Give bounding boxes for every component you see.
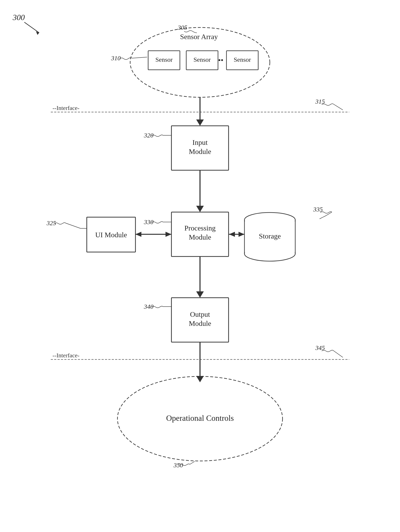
sensor-array-label: Sensor Array — [180, 33, 218, 41]
interface-top-label: --Interface- — [52, 105, 79, 111]
operational-controls-label: Operational Controls — [166, 414, 234, 423]
storage-label: Storage — [259, 232, 281, 240]
svg-marker-6 — [196, 206, 204, 212]
svg-marker-19 — [196, 376, 204, 382]
sensor-dots: •• — [218, 56, 223, 64]
svg-line-12 — [326, 212, 332, 216]
diagram-container: 300 Sensor Array 305 Sensor Sensor •• Se… — [0, 0, 400, 532]
figure-number: 300 — [13, 13, 25, 22]
main-diagram-svg: 300 Sensor Array 305 Sensor Sensor •• Se… — [0, 0, 400, 532]
input-module-label-line2: Module — [189, 148, 211, 155]
svg-line-20 — [190, 461, 195, 464]
svg-line-13 — [320, 216, 326, 219]
svg-line-8 — [66, 223, 80, 228]
ui-module-label: UI Module — [95, 231, 127, 239]
sensor-label-1: Sensor — [155, 56, 173, 63]
output-module-label-line1: Output — [190, 310, 210, 318]
sensor-label-3: Sensor — [234, 56, 251, 63]
ref-335: 335 — [313, 206, 323, 213]
svg-marker-16 — [196, 291, 204, 298]
svg-line-0 — [24, 22, 39, 33]
output-module-label-line2: Module — [189, 319, 211, 327]
svg-marker-14 — [239, 232, 245, 237]
svg-marker-15 — [229, 232, 235, 237]
sensor-label-2: Sensor — [194, 56, 211, 63]
input-module-label-line1: Input — [192, 139, 208, 146]
ref-310: 310 — [111, 55, 121, 62]
ref-350: 350 — [173, 462, 183, 469]
processing-module-label-line1: Processing — [184, 224, 215, 232]
svg-line-3 — [333, 104, 343, 110]
ref-305: 305 — [178, 24, 187, 31]
svg-marker-10 — [135, 232, 141, 237]
interface-bottom-label: --Interface- — [52, 352, 79, 359]
svg-line-2 — [132, 57, 147, 58]
processing-module-label-line2: Module — [189, 233, 211, 241]
svg-marker-11 — [166, 232, 171, 237]
svg-marker-4 — [196, 120, 204, 126]
svg-line-18 — [333, 351, 343, 357]
